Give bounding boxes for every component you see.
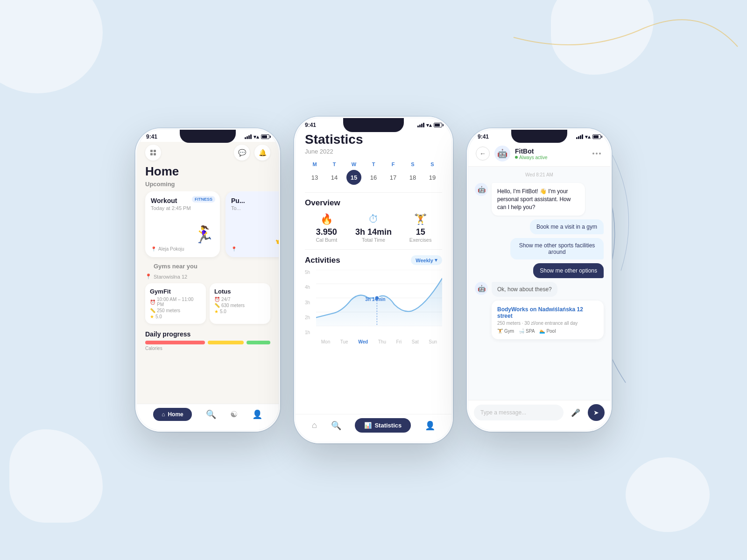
status-icons-right: ▾▴ [576, 134, 601, 140]
cal-burnt-label: Cal Burnt [305, 237, 348, 243]
chat-date: Wed 8:21 AM [475, 172, 604, 177]
bottom-nav-left: ⌂ Home 🔍 ☯ 👤 [137, 404, 279, 430]
spa-tag: 🛁 SPA [519, 329, 535, 334]
timer-icon: ⏱ [352, 213, 395, 225]
date-16[interactable]: 16 [366, 170, 381, 185]
grid-menu-button[interactable] [145, 145, 161, 161]
nav-home-button[interactable]: ⌂ Home [153, 408, 192, 421]
workout-illustration: 🏃‍♀️ [151, 225, 214, 245]
home-icon-stats: ⌂ [312, 420, 317, 430]
gyms-label: Gyms near you [145, 263, 270, 273]
stats-nav-profile[interactable]: 👤 [425, 420, 435, 431]
wifi-icon: ▾▴ [254, 134, 259, 140]
weekly-filter-button[interactable]: Weekly ▾ [411, 255, 442, 265]
home-header: 💬 🔔 [137, 142, 279, 164]
date-18[interactable]: 18 [405, 170, 420, 185]
online-dot [515, 156, 518, 159]
activities-header: Activities Weekly ▾ [305, 255, 442, 265]
pool-icon: 🏊 [539, 329, 545, 334]
gyms-section: Gyms near you 📍 Starowislna 12 GymFit ⏰ … [137, 263, 279, 329]
gym-tag: 🏋 Gym [497, 329, 514, 334]
stats-content: Statistics June 2022 M T W T F S S [296, 130, 451, 417]
more-button[interactable] [591, 151, 603, 156]
signal-icon-right [576, 134, 583, 139]
spa-icon: 🛁 [519, 329, 524, 334]
second-card[interactable]: Pu... To... 🧘 📍 [226, 191, 279, 257]
day-mon: M [305, 161, 324, 167]
exercises-value: 15 [399, 227, 442, 237]
home-title: Home [137, 164, 279, 181]
stats-nav-statistics-active[interactable]: 📊 Statistics [355, 418, 411, 433]
gyms-grid: GymFit ⏰ 10:00 AM – 11:00 PM 📏 250 meter… [145, 283, 270, 324]
book-gym-button[interactable]: Book me a visit in a gym [530, 219, 604, 234]
bot-status: Always active [515, 155, 586, 160]
chart-annotation: 3h 14min [365, 297, 385, 302]
date-14[interactable]: 14 [327, 170, 342, 185]
calendar-strip: M T W T F S S 13 14 15 16 [305, 161, 442, 185]
notch-left [180, 130, 236, 143]
cal-burnt-value: 3.950 [305, 227, 348, 237]
facility-tags: 🏋 Gym 🛁 SPA 🏊 Pool [497, 329, 598, 334]
back-button[interactable]: ← [476, 147, 490, 161]
message-input[interactable]: Type a message... [474, 405, 564, 420]
nav-profile-button[interactable]: 👤 [252, 409, 262, 420]
day-sun: S [423, 161, 442, 167]
gym-icon: 🏋 [497, 329, 503, 334]
overview-total-time: ⏱ 3h 14min Total Time [352, 213, 395, 243]
location-icon: 📍 [145, 273, 152, 280]
chevron-down-icon: ▾ [435, 257, 437, 263]
status-icons-left: ▾▴ [245, 134, 269, 140]
second-location: 📍 [231, 246, 279, 252]
day-sat: S [403, 161, 423, 167]
date-13[interactable]: 13 [307, 170, 322, 185]
battery-icon-right [592, 134, 601, 139]
workout-card[interactable]: Workout Today at 2:45 PM FITNESS 🏃‍♀️ 📍 … [145, 191, 220, 257]
total-time-label: Total Time [352, 237, 395, 243]
gyms-location: 📍 Starowislna 12 [145, 273, 270, 280]
status-icons-center: ▾▴ [417, 122, 442, 128]
clock-icon2: ⏰ [214, 297, 220, 302]
daily-progress-section: Daily progress Calories [137, 330, 279, 351]
chat-button[interactable]: 💬 [234, 145, 250, 161]
bot-message-2: 🤖 Ok, how about these? [475, 282, 604, 297]
chart-area: 5h 4h 3h 2h 1h [305, 270, 442, 344]
bot-info: FitBot Always active [515, 147, 586, 160]
send-button[interactable]: ➤ [588, 404, 605, 421]
nav-activity-button[interactable]: ☯ [230, 409, 238, 420]
profile-icon-stats: 👤 [425, 420, 435, 431]
gym-card-lotus[interactable]: Lotus ⏰ 24/7 📏 630 meters ★ [210, 283, 270, 324]
date-19[interactable]: 19 [425, 170, 440, 185]
bg-blob-br [626, 457, 710, 532]
bot-name: FitBot [515, 147, 586, 155]
location-pin-icon2: 📍 [231, 246, 237, 252]
facility-card[interactable]: BodyWorks on Nadwiślańska 12 street 250 … [492, 301, 604, 339]
stats-title: Statistics [305, 130, 442, 147]
search-icon: 🔍 [206, 409, 216, 420]
show-facilities-button[interactable]: Show me other sports facilities around [510, 238, 604, 259]
ok-bubble: Ok, how about these? [492, 282, 557, 297]
date-15-active[interactable]: 15 [346, 170, 361, 185]
show-options-button[interactable]: Show me other options [533, 263, 604, 278]
user-message-2: Show me other sports facilities around [475, 238, 604, 259]
exercise-icon: 🏋 [399, 213, 442, 225]
lotus-hours: ⏰ 24/7 [214, 297, 266, 302]
phones-container: 9:41 ▾▴ [135, 117, 612, 443]
gym-card-gymfit[interactable]: GymFit ⏰ 10:00 AM – 11:00 PM 📏 250 meter… [145, 283, 206, 324]
second-card-time: To... [231, 205, 279, 211]
date-17[interactable]: 17 [386, 170, 401, 185]
stats-bottom-nav: ⌂ 🔍 📊 Statistics 👤 [296, 414, 451, 442]
time-right: 9:41 [478, 133, 489, 140]
mic-button[interactable]: 🎤 [567, 404, 584, 421]
activity-icon: ☯ [230, 409, 238, 420]
nav-search-button[interactable]: 🔍 [206, 409, 216, 420]
bot-avatar: 🤖 [494, 146, 510, 161]
profile-icon: 👤 [252, 409, 262, 420]
stats-nav-home[interactable]: ⌂ [312, 420, 317, 430]
star-icon: ★ [150, 314, 154, 319]
daily-progress-title: Daily progress [145, 330, 270, 338]
notifications-button[interactable]: 🔔 [254, 145, 270, 161]
gymfit-rating: ★ 5.0 [150, 314, 201, 319]
calories-label: Calories [145, 346, 270, 351]
facility-details: 250 meters · 30 zl/one entrance all day [497, 321, 598, 326]
stats-nav-search[interactable]: 🔍 [331, 420, 341, 431]
